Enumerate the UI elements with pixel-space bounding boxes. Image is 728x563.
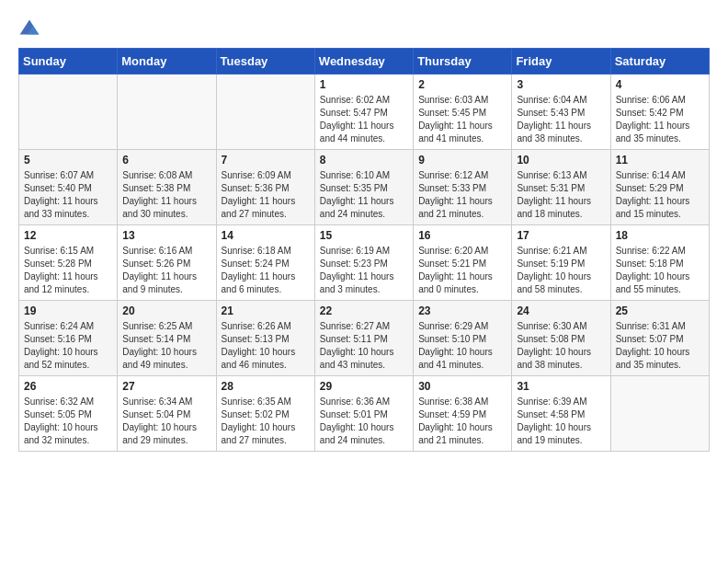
day-info: Sunrise: 6:32 AM Sunset: 5:05 PM Dayligh… bbox=[24, 396, 112, 447]
calendar-cell: 19Sunrise: 6:24 AM Sunset: 5:16 PM Dayli… bbox=[19, 301, 118, 376]
day-info: Sunrise: 6:31 AM Sunset: 5:07 PM Dayligh… bbox=[616, 320, 704, 372]
day-number: 26 bbox=[24, 380, 112, 393]
calendar-cell: 23Sunrise: 6:29 AM Sunset: 5:10 PM Dayli… bbox=[414, 301, 512, 376]
calendar-cell: 16Sunrise: 6:20 AM Sunset: 5:21 PM Dayli… bbox=[414, 225, 512, 301]
day-info: Sunrise: 6:16 AM Sunset: 5:26 PM Dayligh… bbox=[122, 245, 210, 296]
day-info: Sunrise: 6:09 AM Sunset: 5:36 PM Dayligh… bbox=[222, 169, 310, 221]
day-number: 4 bbox=[616, 78, 704, 91]
day-info: Sunrise: 6:10 AM Sunset: 5:35 PM Dayligh… bbox=[320, 169, 408, 221]
day-number: 15 bbox=[320, 229, 408, 242]
calendar-cell: 21Sunrise: 6:26 AM Sunset: 5:13 PM Dayli… bbox=[216, 301, 314, 376]
day-info: Sunrise: 6:27 AM Sunset: 5:11 PM Dayligh… bbox=[320, 320, 408, 372]
day-number: 20 bbox=[122, 304, 210, 317]
day-info: Sunrise: 6:22 AM Sunset: 5:18 PM Dayligh… bbox=[616, 245, 704, 296]
calendar-cell: 17Sunrise: 6:21 AM Sunset: 5:19 PM Dayli… bbox=[512, 225, 610, 301]
calendar-cell: 5Sunrise: 6:07 AM Sunset: 5:40 PM Daylig… bbox=[19, 150, 118, 225]
calendar-cell: 7Sunrise: 6:09 AM Sunset: 5:36 PM Daylig… bbox=[216, 150, 314, 225]
day-info: Sunrise: 6:39 AM Sunset: 4:58 PM Dayligh… bbox=[517, 396, 605, 447]
calendar-table: SundayMondayTuesdayWednesdayThursdayFrid… bbox=[18, 48, 710, 452]
day-info: Sunrise: 6:20 AM Sunset: 5:21 PM Dayligh… bbox=[418, 245, 506, 296]
calendar-cell: 15Sunrise: 6:19 AM Sunset: 5:23 PM Dayli… bbox=[314, 225, 413, 301]
day-number: 8 bbox=[320, 154, 408, 167]
calendar-cell: 4Sunrise: 6:06 AM Sunset: 5:42 PM Daylig… bbox=[610, 75, 709, 150]
day-number: 21 bbox=[222, 304, 310, 317]
calendar-cell: 14Sunrise: 6:18 AM Sunset: 5:24 PM Dayli… bbox=[216, 225, 314, 301]
calendar-cell: 13Sunrise: 6:16 AM Sunset: 5:26 PM Dayli… bbox=[118, 225, 216, 301]
calendar-week-row: 19Sunrise: 6:24 AM Sunset: 5:16 PM Dayli… bbox=[19, 301, 710, 376]
day-info: Sunrise: 6:34 AM Sunset: 5:04 PM Dayligh… bbox=[122, 396, 210, 447]
calendar-cell bbox=[19, 75, 118, 150]
day-info: Sunrise: 6:13 AM Sunset: 5:31 PM Dayligh… bbox=[517, 169, 605, 221]
day-number: 6 bbox=[122, 154, 210, 167]
calendar-week-row: 26Sunrise: 6:32 AM Sunset: 5:05 PM Dayli… bbox=[19, 376, 710, 452]
day-info: Sunrise: 6:07 AM Sunset: 5:40 PM Dayligh… bbox=[24, 169, 112, 221]
calendar-cell: 11Sunrise: 6:14 AM Sunset: 5:29 PM Dayli… bbox=[610, 150, 709, 225]
calendar-cell: 31Sunrise: 6:39 AM Sunset: 4:58 PM Dayli… bbox=[512, 376, 610, 452]
weekday-header: Monday bbox=[118, 49, 216, 75]
calendar-cell: 1Sunrise: 6:02 AM Sunset: 5:47 PM Daylig… bbox=[314, 75, 413, 150]
calendar-cell: 3Sunrise: 6:04 AM Sunset: 5:43 PM Daylig… bbox=[512, 75, 610, 150]
day-number: 19 bbox=[24, 304, 112, 317]
day-number: 11 bbox=[616, 154, 704, 167]
day-number: 17 bbox=[517, 229, 605, 242]
calendar-cell: 26Sunrise: 6:32 AM Sunset: 5:05 PM Dayli… bbox=[19, 376, 118, 452]
day-info: Sunrise: 6:08 AM Sunset: 5:38 PM Dayligh… bbox=[122, 169, 210, 221]
day-number: 9 bbox=[418, 154, 506, 167]
day-number: 23 bbox=[418, 304, 506, 317]
day-number: 25 bbox=[616, 304, 704, 317]
calendar-cell: 10Sunrise: 6:13 AM Sunset: 5:31 PM Dayli… bbox=[512, 150, 610, 225]
calendar-cell bbox=[216, 75, 314, 150]
day-number: 18 bbox=[616, 229, 704, 242]
day-number: 22 bbox=[320, 304, 408, 317]
day-number: 3 bbox=[517, 78, 605, 91]
day-info: Sunrise: 6:30 AM Sunset: 5:08 PM Dayligh… bbox=[517, 320, 605, 372]
calendar-cell: 2Sunrise: 6:03 AM Sunset: 5:45 PM Daylig… bbox=[414, 75, 512, 150]
day-number: 27 bbox=[122, 380, 210, 393]
day-info: Sunrise: 6:29 AM Sunset: 5:10 PM Dayligh… bbox=[418, 320, 506, 372]
logo-icon bbox=[18, 18, 40, 40]
day-info: Sunrise: 6:04 AM Sunset: 5:43 PM Dayligh… bbox=[517, 94, 605, 145]
day-info: Sunrise: 6:26 AM Sunset: 5:13 PM Dayligh… bbox=[222, 320, 310, 372]
day-number: 29 bbox=[320, 380, 408, 393]
weekday-header: Wednesday bbox=[314, 49, 413, 75]
calendar-cell: 6Sunrise: 6:08 AM Sunset: 5:38 PM Daylig… bbox=[118, 150, 216, 225]
day-number: 10 bbox=[517, 154, 605, 167]
day-number: 24 bbox=[517, 304, 605, 317]
header bbox=[18, 18, 710, 40]
calendar-cell: 27Sunrise: 6:34 AM Sunset: 5:04 PM Dayli… bbox=[118, 376, 216, 452]
day-info: Sunrise: 6:15 AM Sunset: 5:28 PM Dayligh… bbox=[24, 245, 112, 296]
calendar-week-row: 12Sunrise: 6:15 AM Sunset: 5:28 PM Dayli… bbox=[19, 225, 710, 301]
calendar-cell: 20Sunrise: 6:25 AM Sunset: 5:14 PM Dayli… bbox=[118, 301, 216, 376]
day-info: Sunrise: 6:19 AM Sunset: 5:23 PM Dayligh… bbox=[320, 245, 408, 296]
day-number: 16 bbox=[418, 229, 506, 242]
day-info: Sunrise: 6:12 AM Sunset: 5:33 PM Dayligh… bbox=[418, 169, 506, 221]
weekday-header: Tuesday bbox=[216, 49, 314, 75]
day-number: 13 bbox=[122, 229, 210, 242]
logo bbox=[18, 18, 44, 40]
day-info: Sunrise: 6:18 AM Sunset: 5:24 PM Dayligh… bbox=[222, 245, 310, 296]
day-number: 30 bbox=[418, 380, 506, 393]
calendar-cell: 8Sunrise: 6:10 AM Sunset: 5:35 PM Daylig… bbox=[314, 150, 413, 225]
day-info: Sunrise: 6:35 AM Sunset: 5:02 PM Dayligh… bbox=[222, 396, 310, 447]
calendar-cell bbox=[118, 75, 216, 150]
day-number: 14 bbox=[222, 229, 310, 242]
day-number: 28 bbox=[222, 380, 310, 393]
calendar-cell: 22Sunrise: 6:27 AM Sunset: 5:11 PM Dayli… bbox=[314, 301, 413, 376]
day-info: Sunrise: 6:38 AM Sunset: 4:59 PM Dayligh… bbox=[418, 396, 506, 447]
weekday-header: Thursday bbox=[414, 49, 512, 75]
calendar-cell: 9Sunrise: 6:12 AM Sunset: 5:33 PM Daylig… bbox=[414, 150, 512, 225]
day-info: Sunrise: 6:03 AM Sunset: 5:45 PM Dayligh… bbox=[418, 94, 506, 145]
day-info: Sunrise: 6:21 AM Sunset: 5:19 PM Dayligh… bbox=[517, 245, 605, 296]
calendar-header-row: SundayMondayTuesdayWednesdayThursdayFrid… bbox=[19, 49, 710, 75]
calendar-cell: 24Sunrise: 6:30 AM Sunset: 5:08 PM Dayli… bbox=[512, 301, 610, 376]
day-number: 7 bbox=[222, 154, 310, 167]
day-info: Sunrise: 6:02 AM Sunset: 5:47 PM Dayligh… bbox=[320, 94, 408, 145]
calendar-cell: 12Sunrise: 6:15 AM Sunset: 5:28 PM Dayli… bbox=[19, 225, 118, 301]
day-number: 2 bbox=[418, 78, 506, 91]
day-info: Sunrise: 6:14 AM Sunset: 5:29 PM Dayligh… bbox=[616, 169, 704, 221]
calendar-cell: 29Sunrise: 6:36 AM Sunset: 5:01 PM Dayli… bbox=[314, 376, 413, 452]
day-info: Sunrise: 6:06 AM Sunset: 5:42 PM Dayligh… bbox=[616, 94, 704, 145]
day-number: 1 bbox=[320, 78, 408, 91]
day-info: Sunrise: 6:24 AM Sunset: 5:16 PM Dayligh… bbox=[24, 320, 112, 372]
calendar-cell: 28Sunrise: 6:35 AM Sunset: 5:02 PM Dayli… bbox=[216, 376, 314, 452]
